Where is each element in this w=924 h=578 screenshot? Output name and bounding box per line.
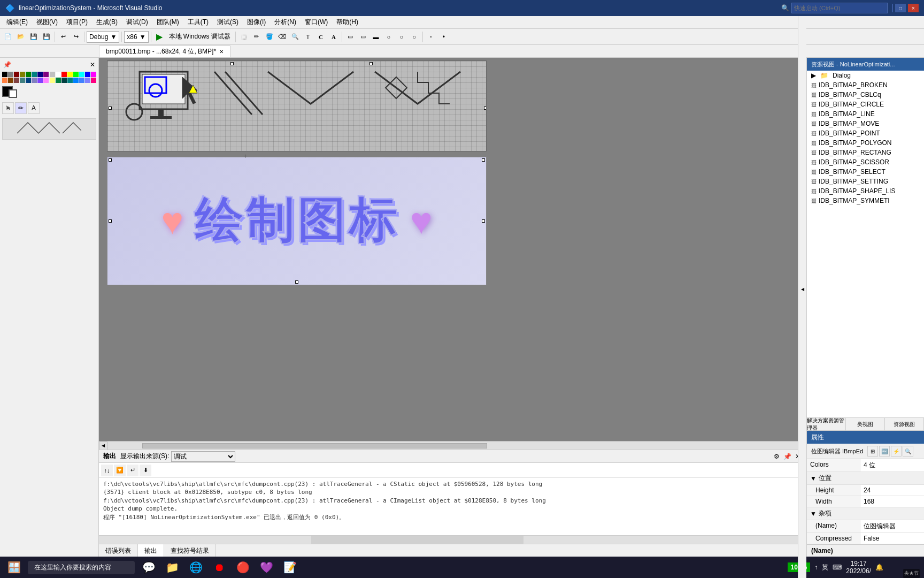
props-icon-grid[interactable]: ⊞ xyxy=(867,446,878,457)
props-icon-magnify[interactable]: 🔍 xyxy=(903,446,913,457)
pen-thin[interactable]: • xyxy=(425,31,437,43)
color-swatch[interactable] xyxy=(20,72,25,77)
save-btn[interactable]: 💾 xyxy=(28,31,40,43)
color-swatch[interactable] xyxy=(67,72,73,77)
menu-debug[interactable]: 调试(D) xyxy=(122,17,152,28)
panel-collapse-btn[interactable]: ◀ xyxy=(798,0,806,578)
resource-item[interactable]: 🖼IDB_BITMAP_SCISSOR xyxy=(807,157,924,167)
color-swatch[interactable] xyxy=(91,72,96,77)
color-swatch[interactable] xyxy=(26,72,31,77)
taskbar-explorer[interactable]: 📁 xyxy=(163,558,182,577)
tab-class-view[interactable]: 类视图 xyxy=(846,418,885,431)
color-swatch[interactable] xyxy=(50,72,55,77)
resource-item[interactable]: 🖼IDB_BITMAP_SHAPE_LIS xyxy=(807,186,924,196)
tool-c[interactable]: C xyxy=(315,31,327,43)
redo-btn[interactable]: ↪ xyxy=(70,31,82,43)
taskbar-browser[interactable]: 🌐 xyxy=(186,558,205,577)
hscroll-track[interactable] xyxy=(107,443,798,448)
hscroll-thumb[interactable] xyxy=(142,443,488,448)
taskbar-vs[interactable]: 💜 xyxy=(257,558,276,577)
color-swatch[interactable] xyxy=(73,78,79,83)
color-swatch[interactable] xyxy=(37,78,43,83)
taskbar-red-app[interactable]: 🔴 xyxy=(233,558,252,577)
pin-icon[interactable]: 📌 xyxy=(3,61,11,69)
color-swatch[interactable] xyxy=(32,72,37,77)
menu-project[interactable]: 项目(P) xyxy=(62,17,92,28)
taskbar-notepad[interactable]: 📝 xyxy=(280,558,299,577)
quick-launch-input[interactable] xyxy=(791,3,888,13)
new-btn[interactable]: 📄 xyxy=(2,31,14,43)
menu-build[interactable]: 生成(B) xyxy=(92,17,122,28)
tab-solution-explorer[interactable]: 解决方案资源管理器 xyxy=(807,418,846,431)
tab-error-list[interactable]: 错误列表 xyxy=(99,544,138,557)
color-swatch[interactable] xyxy=(61,72,67,77)
taskbar-chat[interactable]: 💬 xyxy=(139,558,158,577)
lower-handle-tr[interactable] xyxy=(482,158,485,162)
shape-circle[interactable]: ○ xyxy=(383,31,395,43)
resource-item[interactable]: 🖼IDB_BITMAP_CBLCq xyxy=(807,90,924,100)
handle-right[interactable] xyxy=(484,107,487,110)
tool-eraser[interactable]: ⌫ xyxy=(276,31,288,43)
tab-find-symbol[interactable]: 查找符号结果 xyxy=(164,544,216,557)
color-swatch[interactable] xyxy=(79,78,84,83)
menu-edit[interactable]: 编辑(E) xyxy=(2,17,32,28)
lower-handle-ml[interactable] xyxy=(109,219,112,223)
config-dropdown[interactable]: Debug ▼ xyxy=(87,31,119,43)
canvas-scroll-area[interactable]: ♥ 绘制图标 ♥ + xyxy=(99,58,806,441)
close-panel-icon[interactable]: ✕ xyxy=(90,61,95,69)
resource-item[interactable]: 🖼IDB_BITMAP_MOVE xyxy=(807,119,924,128)
shape-rect2[interactable]: ▭ xyxy=(357,31,369,43)
handle-right-top[interactable] xyxy=(369,62,373,65)
shape-rect[interactable]: ▭ xyxy=(344,31,356,43)
tab-resource-view[interactable]: 资源视图 xyxy=(885,418,924,431)
active-tab[interactable]: bmp00011.bmp - ...68x24, 4 位, BMP]* ✕ xyxy=(99,45,230,57)
notification-icon[interactable]: 🔔 xyxy=(875,564,883,571)
shape-circle3[interactable]: ○ xyxy=(409,31,420,43)
menu-help[interactable]: 帮助(H) xyxy=(332,17,363,28)
menu-analyze[interactable]: 分析(N) xyxy=(270,17,301,28)
color-swatch[interactable] xyxy=(43,72,49,77)
maximize-btn[interactable]: □ xyxy=(895,4,906,12)
color-swatch[interactable] xyxy=(26,78,31,83)
tool-text[interactable]: T xyxy=(302,31,314,43)
props-icon-sort[interactable]: 🔤 xyxy=(879,446,890,457)
menu-team[interactable]: 团队(M) xyxy=(152,17,183,28)
lower-handle-bm[interactable] xyxy=(295,280,298,284)
output-sort-btn[interactable]: ↑↓ xyxy=(101,465,113,476)
color-swatch[interactable] xyxy=(91,78,96,83)
source-dropdown[interactable]: 调试 xyxy=(171,451,235,462)
taskbar-search[interactable]: 在这里输入你要搜索的内容 xyxy=(28,561,135,574)
output-content[interactable]: f:\dd\vctools\vc7libs\ship\atlmfc\src\mf… xyxy=(99,478,806,535)
resource-item[interactable]: 🖼IDB_BITMAP_BROKEN xyxy=(807,80,924,90)
tool-pencil2[interactable]: ✏ xyxy=(15,102,27,114)
tab-output[interactable]: 输出 xyxy=(138,544,164,557)
color-swatch[interactable] xyxy=(85,78,90,83)
shape-rect3[interactable]: ▬ xyxy=(370,31,382,43)
tab-close-btn[interactable]: ✕ xyxy=(219,49,224,55)
tool-cursor[interactable]: 🖱 xyxy=(2,102,14,114)
color-swatch[interactable] xyxy=(8,72,13,77)
output-tools-btn[interactable]: ⚙ xyxy=(772,452,781,461)
lower-handle-mr[interactable] xyxy=(482,219,485,223)
tool-fill[interactable]: 🪣 xyxy=(264,31,275,43)
tool-a-serif[interactable]: A xyxy=(328,31,340,43)
taskbar-record[interactable]: ⏺ xyxy=(210,558,229,577)
resource-item[interactable]: 🖼IDB_BITMAP_SYMMETI xyxy=(807,196,924,206)
resource-item[interactable]: 🖼IDB_BITMAP_POLYGON xyxy=(807,138,924,148)
pen-medium[interactable]: • xyxy=(438,31,450,43)
color-swatch[interactable] xyxy=(43,78,49,83)
resource-item-dialog[interactable]: ▶📁Dialog xyxy=(807,71,924,80)
open-btn[interactable]: 📂 xyxy=(15,31,27,43)
platform-dropdown[interactable]: x86 ▼ xyxy=(124,31,148,43)
color-swatch[interactable] xyxy=(37,72,43,77)
color-swatch[interactable] xyxy=(32,78,37,83)
resource-item[interactable]: 🖼IDB_BITMAP_CIRCLE xyxy=(807,100,924,109)
menu-view[interactable]: 视图(V) xyxy=(32,17,62,28)
resource-item[interactable]: 🖼IDB_BITMAP_LINE xyxy=(807,109,924,119)
color-swatch[interactable] xyxy=(8,78,13,83)
color-swatch[interactable] xyxy=(14,78,19,83)
props-icon-lightning[interactable]: ⚡ xyxy=(891,446,902,457)
props-position-section[interactable]: ▼ 位置 xyxy=(807,472,924,485)
handle-bottom[interactable] xyxy=(300,151,303,151)
tool-text2[interactable]: A xyxy=(28,102,40,114)
